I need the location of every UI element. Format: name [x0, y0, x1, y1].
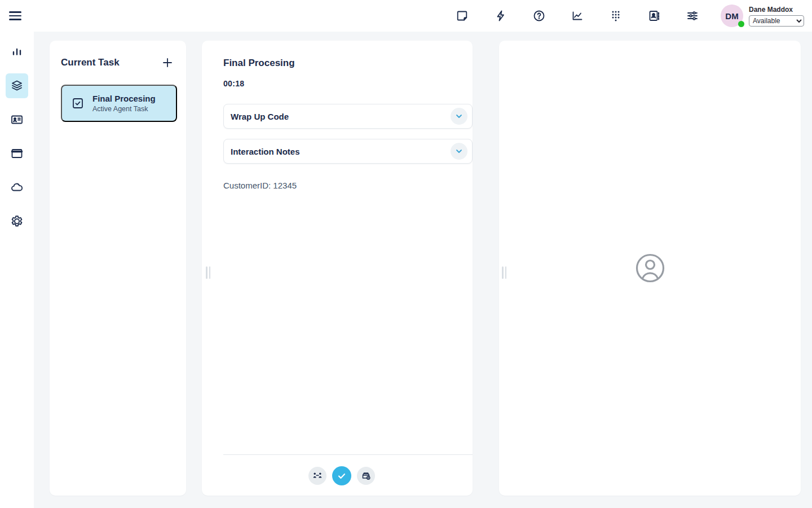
work-footer	[202, 454, 473, 496]
footer-divider	[223, 454, 473, 455]
menu-button[interactable]	[9, 8, 25, 24]
help-button[interactable]	[530, 7, 548, 25]
id-card-icon	[10, 112, 24, 127]
topbar: DM Dane Maddox Available	[0, 0, 812, 32]
preferences-button[interactable]	[683, 7, 701, 25]
park-box-icon	[360, 470, 372, 481]
panel-resize-handle[interactable]	[204, 264, 213, 281]
task-title: Final Procesing	[92, 94, 156, 103]
task-timer: 00:18	[223, 79, 460, 88]
chevron-down-icon	[454, 112, 464, 121]
work-panel-title: Final Procesing	[223, 58, 460, 69]
window-icon	[10, 146, 24, 161]
main-area: Current Task Final Procesing Active Agen…	[34, 32, 812, 508]
chevron-circle	[451, 108, 467, 125]
task-text: Final Procesing Active Agent Task	[92, 94, 156, 113]
avatar-wrap: DM	[721, 5, 743, 27]
plus-icon	[161, 56, 174, 69]
sidebar-item-apps[interactable]	[6, 141, 28, 166]
sidebar-item-analytics[interactable]	[6, 40, 28, 64]
status-select[interactable]: Available	[749, 15, 804, 27]
interaction-notes-accordion[interactable]: Interaction Notes	[223, 139, 473, 164]
sliders-icon	[686, 9, 699, 23]
interaction-notes-label: Interaction Notes	[231, 147, 300, 156]
task-subtitle: Active Agent Task	[92, 105, 156, 113]
help-icon	[532, 9, 546, 23]
sidebar-item-tasks[interactable]	[6, 73, 28, 98]
detail-panel	[499, 41, 801, 496]
person-circle-icon	[635, 253, 665, 283]
sidebar-item-settings[interactable]	[6, 209, 28, 234]
user-block: DM Dane Maddox Available	[721, 5, 804, 27]
chevron-down-icon	[454, 147, 464, 156]
quick-actions-button[interactable]	[492, 7, 510, 25]
dialpad-icon	[609, 9, 623, 23]
park-button[interactable]	[357, 467, 375, 485]
work-panel: Final Procesing 00:18 Wrap Up Code Inter…	[202, 41, 473, 496]
complete-task-button[interactable]	[332, 466, 351, 485]
cloud-icon	[10, 180, 24, 195]
gear-icon	[10, 214, 24, 229]
line-chart-icon	[571, 9, 584, 23]
customer-id-text: CustomerID: 12345	[223, 181, 460, 190]
user-name: Dane Maddox	[749, 6, 804, 14]
chevron-circle	[451, 143, 467, 160]
sidebar	[0, 32, 34, 508]
bar-chart-icon	[10, 45, 24, 59]
sidebar-item-contacts[interactable]	[6, 107, 28, 132]
lightning-icon	[494, 9, 508, 23]
task-checkbox-icon	[71, 97, 85, 110]
note-icon	[456, 9, 469, 23]
wrap-up-code-label: Wrap Up Code	[231, 112, 289, 121]
sidebar-item-cloud[interactable]	[6, 175, 28, 200]
current-task-header: Current Task	[61, 54, 176, 71]
user-meta: Dane Maddox Available	[749, 5, 804, 27]
layers-icon	[10, 78, 24, 93]
presence-dot	[738, 21, 744, 27]
directory-button[interactable]	[645, 7, 663, 25]
add-task-button[interactable]	[159, 54, 176, 71]
wrap-up-code-accordion[interactable]: Wrap Up Code	[223, 104, 473, 129]
contact-book-icon	[647, 9, 661, 23]
work-toolbar	[223, 466, 460, 485]
app-shell: Current Task Final Procesing Active Agen…	[0, 32, 812, 508]
current-task-title: Current Task	[61, 57, 120, 68]
panel-resize-handle[interactable]	[500, 264, 509, 281]
note-button[interactable]	[453, 7, 471, 25]
dialpad-button[interactable]	[607, 7, 625, 25]
check-icon	[337, 471, 347, 481]
transfer-button[interactable]	[308, 467, 326, 485]
task-list-item[interactable]: Final Procesing Active Agent Task	[61, 85, 177, 122]
transfer-icon	[312, 470, 323, 481]
hamburger-icon	[9, 11, 21, 13]
performance-button[interactable]	[568, 7, 586, 25]
topbar-icon-group	[453, 7, 701, 25]
current-task-panel: Current Task Final Procesing Active Agen…	[50, 41, 186, 496]
